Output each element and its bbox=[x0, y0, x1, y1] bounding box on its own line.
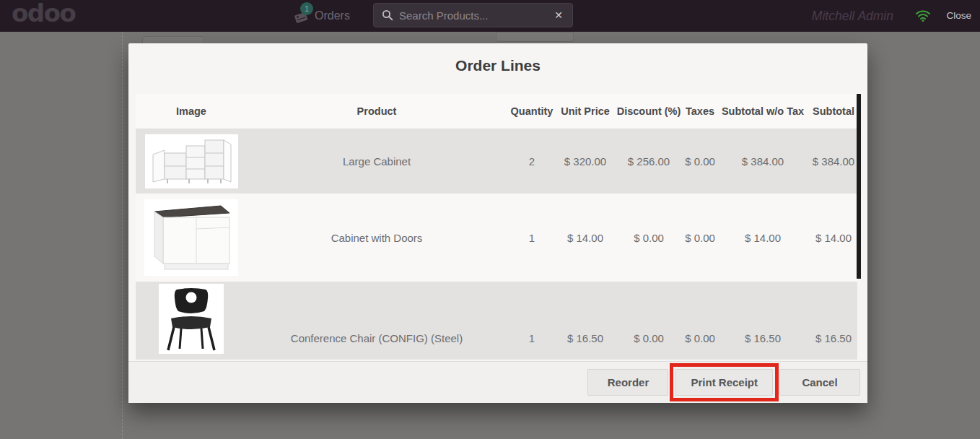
orders-count-badge: 1 bbox=[300, 2, 313, 15]
cell-quantity: 1 bbox=[507, 232, 557, 244]
search-icon bbox=[382, 9, 393, 21]
col-header-taxes: Taxes bbox=[684, 105, 716, 117]
order-lines-table: Image Product Quantity Unit Price Discou… bbox=[136, 94, 861, 360]
cell-subtotal: $ 16.50 bbox=[810, 332, 857, 344]
col-header-subtotal-wo-tax: Subtotal w/o Tax bbox=[716, 105, 810, 117]
cell-subtotal-wo-tax: $ 14.00 bbox=[716, 232, 810, 244]
col-header-image: Image bbox=[136, 105, 247, 117]
dialog-title: Order Lines bbox=[128, 43, 867, 74]
clear-search-icon[interactable]: ✕ bbox=[554, 9, 563, 21]
col-header-unit-price: Unit Price bbox=[557, 105, 613, 117]
nav-orders-button[interactable]: 1 Orders bbox=[292, 0, 350, 32]
user-menu[interactable]: Mitchell Admin bbox=[812, 0, 893, 32]
col-header-subtotal: Subtotal bbox=[810, 105, 857, 117]
print-receipt-button[interactable]: Print Receipt bbox=[675, 369, 773, 396]
search-input[interactable] bbox=[399, 9, 548, 22]
cell-taxes: $ 0.00 bbox=[684, 332, 716, 344]
cabinet-with-doors-product-image bbox=[144, 199, 238, 276]
cell-subtotal-wo-tax: $ 16.50 bbox=[716, 332, 810, 344]
background-panel-divider bbox=[122, 32, 123, 439]
dialog-footer: Reorder Print Receipt Cancel bbox=[128, 361, 867, 403]
large-cabinet-product-image bbox=[145, 134, 238, 188]
cell-unit-price: $ 14.00 bbox=[557, 232, 613, 244]
orders-label: Orders bbox=[315, 9, 350, 22]
table-scrollbar[interactable] bbox=[857, 94, 861, 279]
cancel-button[interactable]: Cancel bbox=[779, 369, 860, 396]
background-dimmed-button bbox=[496, 32, 574, 42]
cell-taxes: $ 0.00 bbox=[684, 155, 716, 168]
cell-taxes: $ 0.00 bbox=[684, 232, 716, 244]
cell-subtotal-wo-tax: $ 384.00 bbox=[716, 155, 810, 168]
order-line-row: Large Cabinet 2 $ 320.00 $ 256.00 $ 0.00… bbox=[136, 129, 857, 194]
order-lines-dialog: Order Lines Image Product Quantity Unit … bbox=[128, 43, 867, 403]
cell-discount: $ 0.00 bbox=[613, 332, 684, 344]
cell-product: Conference Chair (CONFIG) (Steel) bbox=[247, 332, 507, 344]
ticket-icon: 1 bbox=[292, 7, 310, 25]
top-navbar: odoo 1 Orders ✕ Mitchell Admin bbox=[0, 0, 980, 32]
red-annotation-box: Print Receipt bbox=[670, 363, 779, 401]
product-search-box: ✕ bbox=[373, 3, 573, 27]
cell-product: Cabinet with Doors bbox=[247, 232, 507, 244]
cell-subtotal: $ 14.00 bbox=[810, 232, 857, 244]
close-session-button[interactable]: Close bbox=[946, 0, 971, 32]
col-header-discount: Discount (%) bbox=[613, 105, 684, 117]
cell-product: Large Cabinet bbox=[247, 155, 507, 168]
cell-unit-price: $ 16.50 bbox=[557, 332, 613, 344]
reorder-button[interactable]: Reorder bbox=[587, 369, 668, 396]
cell-quantity: 1 bbox=[507, 332, 557, 344]
cell-quantity: 2 bbox=[507, 155, 557, 168]
odoo-logo: odoo bbox=[12, 0, 75, 27]
cell-subtotal: $ 384.00 bbox=[810, 155, 857, 168]
cell-discount: $ 256.00 bbox=[613, 155, 684, 168]
col-header-quantity: Quantity bbox=[507, 105, 557, 117]
table-header-row: Image Product Quantity Unit Price Discou… bbox=[136, 94, 857, 129]
order-line-row: Conference Chair (CONFIG) (Steel) 1 $ 16… bbox=[136, 282, 857, 360]
cell-discount: $ 0.00 bbox=[613, 232, 684, 244]
col-header-product: Product bbox=[247, 105, 507, 117]
conference-chair-product-image bbox=[159, 284, 224, 354]
cell-unit-price: $ 320.00 bbox=[557, 155, 613, 168]
order-line-row: Cabinet with Doors 1 $ 14.00 $ 0.00 $ 0.… bbox=[136, 194, 857, 282]
wifi-icon[interactable] bbox=[915, 9, 931, 25]
